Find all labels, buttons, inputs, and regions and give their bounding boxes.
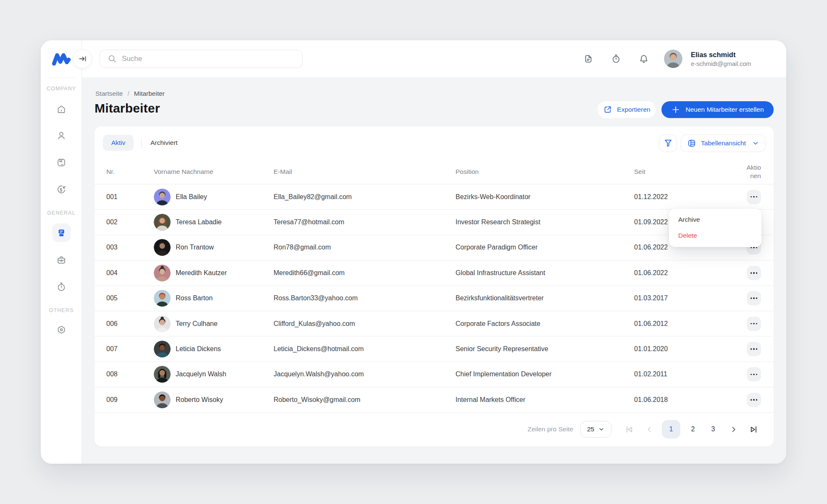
sidebar-item-users[interactable] [52, 126, 71, 145]
row-actions-button[interactable] [747, 367, 761, 381]
breadcrumb-home[interactable]: Startseite [95, 90, 123, 97]
rows-per-page-select[interactable]: 25 [580, 421, 611, 438]
previous-page-button[interactable] [642, 422, 657, 437]
avatar [154, 239, 171, 256]
row-actions-button[interactable] [747, 190, 761, 204]
search-box [100, 50, 303, 68]
page: { "colors": { "accent": "#1d63e6", "dang… [0, 0, 827, 504]
user-icon [56, 131, 66, 141]
avatar-slot [154, 341, 171, 357]
table-row: 009 Roberto Wisoky Roberto_Wisoky@gmail.… [95, 387, 774, 412]
time-tracking-button[interactable] [611, 54, 621, 64]
cell-email: Roberto_Wisoky@gmail.com [274, 387, 454, 412]
sidebar-divider [48, 78, 75, 78]
row-actions-button[interactable] [747, 393, 761, 407]
first-page-button[interactable] [622, 422, 637, 437]
row-actions-button[interactable] [747, 291, 761, 305]
search-input[interactable] [122, 55, 296, 63]
breadcrumb-separator: / [127, 90, 129, 97]
export-button[interactable]: Exportieren [598, 101, 656, 118]
cell-position: Global Infrastructure Assistant [456, 260, 633, 285]
avatar [664, 50, 682, 68]
sidebar-item-employees[interactable] [52, 223, 71, 242]
sidebar-item-settings[interactable] [52, 321, 71, 339]
page-button-2[interactable]: 2 [685, 422, 701, 437]
export-label: Exportieren [617, 106, 650, 113]
avatar-slot [154, 315, 171, 332]
sidebar-collapse-button[interactable] [73, 49, 92, 68]
employee-name: Ella Bailey [176, 193, 207, 201]
tab-archiviert[interactable]: Archiviert [150, 135, 179, 151]
table-header: Nr. Vorname Nachname E-Mail Position Sei… [95, 160, 774, 184]
cell-email: Ron78@gmail.com [274, 235, 454, 260]
sidebar-item-home[interactable] [52, 100, 71, 118]
sidebar-section-others: OTHERS [41, 307, 82, 313]
document-icon [583, 54, 593, 64]
row-actions-button[interactable] [747, 317, 761, 331]
filter-icon [663, 138, 673, 148]
cell-email: Clifford_Kulas@yahoo.com [274, 311, 454, 336]
page-button-1[interactable]: 1 [662, 420, 680, 438]
cell-name: Ella Bailey [154, 184, 272, 209]
avatar-slot [154, 214, 171, 231]
cell-email: Meredith66@gmail.com [274, 260, 454, 285]
cell-nr: 007 [106, 336, 153, 361]
avatar [154, 366, 171, 383]
home-icon [56, 104, 66, 114]
filter-button[interactable] [659, 134, 677, 152]
cell-position: Corporate Paradigm Officer [456, 235, 633, 260]
employee-name: Teresa Labadie [176, 218, 221, 226]
breadcrumb-current: Mitarbeiter [134, 90, 165, 97]
chevron-down-icon [598, 426, 605, 433]
cell-since: 01.03.2017 [634, 286, 722, 311]
create-employee-label: Neuen Mitarbeiter erstellen [685, 106, 764, 113]
tab-separator [141, 139, 142, 147]
app-window: COMPANY GENERAL OTHERS [41, 40, 786, 464]
cell-name: Leticia Dickens [154, 336, 272, 361]
sidebar-item-briefcase[interactable] [52, 251, 71, 269]
cell-position: Senior Security Representative [456, 336, 633, 361]
table-row: 005 Ross Barton Ross.Barton33@yahoo.com … [95, 286, 774, 311]
column-header-seit: Seit [634, 160, 722, 184]
cell-position: Bezirks-Web-Koordinator [456, 184, 633, 209]
cell-name: Terry Culhane [154, 311, 272, 336]
next-page-button[interactable] [726, 422, 741, 437]
plus-icon [671, 105, 680, 114]
page-title: Mitarbeiter [95, 101, 160, 116]
cell-name: Ross Barton [154, 286, 272, 311]
create-employee-button[interactable]: Neuen Mitarbeiter erstellen [661, 101, 774, 118]
rows-per-page-label: Zeilen pro Seite [527, 425, 573, 433]
page-button-3[interactable]: 3 [706, 422, 721, 437]
row-actions-button[interactable] [747, 266, 761, 280]
user-avatar-slot [664, 50, 682, 68]
book-icon [56, 158, 66, 168]
row-context-menu: Archive Delete [669, 209, 761, 247]
app-logo-icon [52, 50, 71, 67]
last-page-button[interactable] [746, 422, 761, 437]
context-menu-delete[interactable]: Delete [669, 228, 761, 244]
documents-button[interactable] [583, 54, 593, 64]
notifications-button[interactable] [639, 54, 649, 64]
chevron-down-icon [752, 139, 759, 147]
first-page-icon [624, 425, 634, 434]
table-row: 004 Meredith Kautzer Meredith66@gmail.co… [95, 260, 774, 286]
user-menu[interactable]: Elias schmidt e-schmidt@gmail.com [664, 50, 751, 68]
sidebar-item-book[interactable] [52, 153, 71, 172]
chevron-left-icon [645, 425, 653, 433]
table-view-label: Tabellenansicht [701, 139, 746, 147]
sidebar-section-company: COMPANY [41, 86, 82, 92]
cell-position: Internal Markets Officer [456, 387, 633, 412]
tab-aktiv[interactable]: Aktiv [103, 135, 134, 151]
sidebar-item-timer[interactable] [52, 278, 71, 296]
context-menu-archive[interactable]: Archive [669, 212, 761, 228]
row-actions-button[interactable] [747, 342, 761, 356]
employees-table-card: Aktiv Archiviert Tabellenansicht Nr. Vor… [95, 126, 774, 446]
search-icon [108, 54, 117, 63]
employee-name: Roberto Wisoky [176, 396, 223, 404]
cell-position: Bezirksfunktionalitätsvertreter [456, 286, 633, 311]
table-row: 001 Ella Bailey Ella_Bailey82@gmail.com … [95, 184, 774, 210]
employee-name: Terry Culhane [176, 320, 218, 328]
avatar-slot [154, 391, 171, 408]
table-view-dropdown[interactable]: Tabellenansicht [681, 134, 766, 152]
sidebar-item-refunds[interactable] [52, 180, 71, 199]
